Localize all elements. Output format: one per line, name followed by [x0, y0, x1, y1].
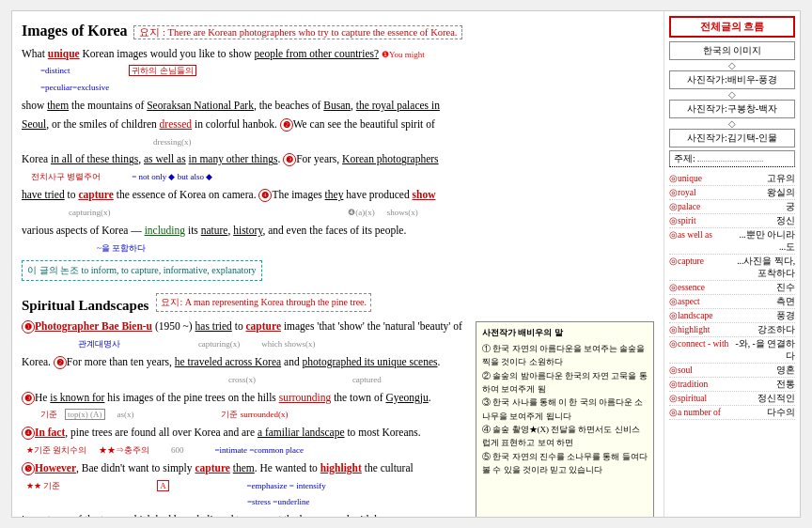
body2-p5: ❺However, Bae didn't want to simply capt…: [22, 460, 468, 510]
title-note: 요지 : There are Korean photographers who …: [133, 25, 462, 39]
arrow-2: ◇: [669, 90, 795, 100]
vocab-english: ◎capture: [669, 256, 735, 280]
as-well: as well as: [144, 153, 186, 164]
vocab-row: ◎as well as...뿐만 아니라 ...도: [669, 229, 795, 255]
including-word: including: [145, 225, 185, 236]
note-line-5: ⑤ 한국 자연의 진수를 소나무를 통해 들여다볼 수 있을 것이라 믿고 있습…: [482, 450, 648, 477]
body2-p2: Korea. ❷For more than ten years, he trav…: [22, 354, 468, 388]
vocab-english: ◎palace: [669, 201, 735, 213]
vocab-row: ◎aspect측면: [669, 296, 795, 309]
vocab-korean: ...뿐만 아니라 ...도: [735, 229, 795, 254]
vocab-english: ◎soul: [669, 365, 735, 377]
vocab-korean: 고유의: [767, 173, 795, 185]
arrow-3: ◇: [669, 119, 795, 129]
emphasize-note: =emphasize = intensify: [247, 481, 326, 490]
capture2: capture: [246, 320, 281, 332]
vocab-row: ◎highlight강조하다: [669, 324, 795, 337]
num-4: ❹: [258, 189, 272, 202]
num-2: ❷: [280, 118, 293, 132]
num2-5: ❺: [22, 462, 35, 475]
body2-p3: ❸He is known for his images of the pine …: [22, 390, 468, 424]
note-box-title: 사전작가 배비우의 말: [482, 326, 648, 339]
sidebar-item-2: 사진작가:배비우-풍경: [669, 70, 795, 89]
vocab-korean: 영혼: [776, 365, 795, 377]
royal-palaces: the royal palaces in: [356, 100, 440, 111]
a-box: A: [157, 480, 169, 491]
section2-note: 요지: A man representing Korea through the…: [156, 293, 371, 312]
photographer-bae: Photographer Bae Bien-u: [35, 320, 152, 332]
shows-note: ❹(a)(x): [348, 208, 374, 217]
surrounding: surrounding: [279, 392, 332, 403]
dressing-note: dressing(x): [153, 137, 192, 147]
vocab-english: ◎highlight: [669, 324, 735, 336]
in-fact: In fact: [35, 427, 65, 438]
in-many: in many other things: [189, 153, 278, 164]
body2-p6: importance of the trees, which had been …: [22, 512, 468, 517]
rel-note: 관계대명사: [78, 339, 120, 349]
them-word2: them: [233, 462, 255, 474]
vocab-korean: 다수의: [767, 407, 795, 419]
note-box: 사전작가 배비우의 말 ① 한국 자연의 아름다운을 보여주는 솔숲을 찍을 것…: [476, 321, 654, 517]
kijun3-note: ★기준 원치수의: [26, 445, 86, 455]
them-word: them: [47, 100, 69, 111]
kijun2-note: 기준 surrounded(x): [221, 410, 288, 419]
whichshows-note: which shows(x): [261, 339, 315, 349]
is-known: is known for: [50, 392, 104, 403]
which-clause: which had been believed to connect: [126, 514, 280, 517]
has-tried: has tried: [195, 320, 232, 332]
vocab-row: ◎connect - with-와, -을 연결하다: [669, 338, 795, 364]
vocab-english: ◎unique: [669, 173, 735, 185]
sidebar-item-3: 사진작가:구봉창-백자: [669, 100, 795, 118]
section-title: Images of Korea: [22, 23, 128, 39]
kijun4-note: ★★⇒충주의: [99, 445, 149, 455]
seoraksan: Seoraksan National Park: [147, 100, 254, 111]
annotation-notonlybut: = not only ◆ but also ◆: [132, 172, 212, 181]
gyeongju: Gyeongju: [385, 392, 428, 403]
num2-1: ❶: [22, 320, 35, 334]
num-3: ❸: [283, 153, 296, 166]
capture-word: capture: [78, 189, 113, 200]
vocab-korean: 정신적인: [757, 393, 795, 405]
vocab-list: ◎unique고유의◎royal왕실의◎palace궁◎spirit정신◎as …: [669, 173, 795, 420]
vocab-english: ◎essence: [669, 282, 735, 294]
annotation-jeonchi: 전치사구 병렬주어: [31, 172, 101, 181]
annotation-peculiar: =peculiar=exclusive: [40, 83, 109, 92]
kijun5-note: ★★ 기준: [26, 481, 60, 490]
with-heaven: with: [352, 514, 371, 517]
annotation-distinct: =distinct: [40, 66, 70, 75]
have-tried: have tried: [22, 189, 65, 200]
600-note: 600: [171, 445, 184, 455]
body2-p1: ❶Photographer Bae Bien-u (1950 ~) has tr…: [22, 318, 468, 352]
body2-p4: ❹In fact, pine trees are found all over …: [22, 425, 468, 458]
korean-photographers: Korean photographers: [342, 153, 439, 164]
page-container: Images of Korea 요지 : There are Korean ph…: [11, 10, 801, 518]
section2-content: ❶Photographer Bae Bien-u (1950 ~) has tr…: [22, 318, 654, 517]
vocab-korean: ...사진을 찍다, 포착하다: [735, 256, 795, 280]
vocab-english: ◎tradition: [669, 379, 735, 391]
paragraph-4: Korea in all of these things, as well as…: [22, 151, 654, 185]
vocab-korean: -와, -을 연결하다: [735, 338, 795, 363]
paragraph-3: Seoul, or the smiles of children dressed…: [22, 116, 654, 150]
nature-word: nature: [201, 225, 228, 236]
vocab-english: ◎as well as: [669, 229, 735, 254]
crossx-note: cross(x): [228, 375, 256, 384]
show-word: show: [413, 189, 436, 200]
vocab-korean: 진수: [776, 282, 795, 294]
num2-4: ❹: [22, 427, 35, 440]
paragraph-2: show them the mountains of Seoraksan Nat…: [22, 98, 654, 115]
vocab-row: ◎royal왕실의: [669, 187, 795, 200]
sidebar-item-4: 사진작가:김기택-인물: [669, 129, 795, 148]
asx-note: as(x): [117, 410, 134, 419]
in-all: in all of these things: [51, 153, 138, 164]
vocab-english: ◎spirit: [669, 215, 735, 227]
vocab-row: ◎landscape풍경: [669, 310, 795, 323]
vocab-english: ◎spiritual: [669, 393, 735, 405]
topic-box: 주제:: [669, 150, 795, 167]
people-phrase: people from other countries?: [255, 48, 380, 59]
vocab-row: ◎essence진수: [669, 282, 795, 295]
vocab-row: ◎tradition전통: [669, 379, 795, 392]
he-traveled: he traveled across Korea: [175, 356, 281, 367]
note-line-1: ① 한국 자연의 아름다운을 보여주는 솔숲을 찍을 것이다 소원하다: [482, 342, 648, 369]
vocab-row: ◎a number of다수의: [669, 407, 795, 420]
however-word: However: [35, 462, 76, 474]
